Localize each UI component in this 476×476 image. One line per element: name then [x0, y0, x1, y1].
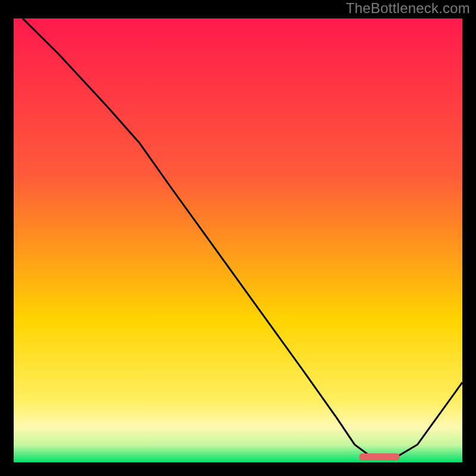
plot-area	[14, 18, 462, 462]
watermark-text: TheBottleneck.com	[346, 0, 470, 17]
chart-stage: TheBottleneck.com	[0, 0, 476, 476]
chart-svg	[14, 18, 462, 462]
optimal-range-marker	[359, 453, 400, 461]
gradient-background	[14, 18, 462, 462]
chart-frame	[12, 17, 464, 464]
